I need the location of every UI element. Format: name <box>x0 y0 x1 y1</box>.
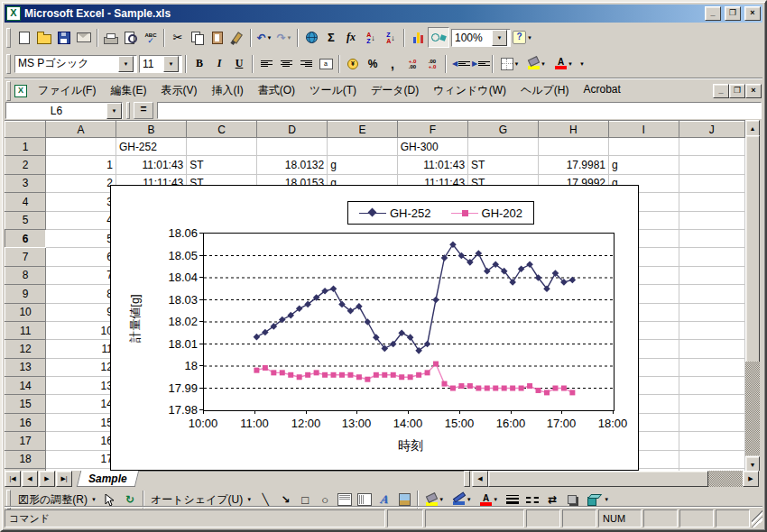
cell[interactable]: g <box>609 156 679 174</box>
chart-wizard-button[interactable] <box>408 28 428 47</box>
column-header-C[interactable]: C <box>187 122 257 138</box>
font-name-combo[interactable]: MS Pゴシック ▼ <box>14 55 137 73</box>
cell[interactable]: 10 <box>46 321 116 339</box>
hscroll-thumb[interactable] <box>488 471 708 487</box>
tab-prev-button[interactable]: ◀ <box>22 471 38 487</box>
cell[interactable] <box>679 358 745 376</box>
insert-hyperlink-button[interactable] <box>301 28 321 47</box>
cell[interactable]: 11 <box>46 340 116 358</box>
cell[interactable]: 15 <box>46 413 116 431</box>
tab-next-button[interactable]: ▶ <box>39 471 55 487</box>
cell[interactable]: 14 <box>46 395 116 413</box>
workbook-icon[interactable]: X <box>14 85 27 97</box>
cell[interactable]: 5 <box>46 229 116 247</box>
sort-descending-button[interactable]: ZA↓ <box>381 28 401 47</box>
cell[interactable]: g <box>328 156 397 174</box>
row-header-9[interactable]: 9 <box>5 285 46 303</box>
cell[interactable]: 6 <box>46 248 116 266</box>
toolbar-grip[interactable] <box>6 54 11 74</box>
column-header-H[interactable]: H <box>538 122 608 138</box>
comma-style-button[interactable]: , <box>383 54 402 73</box>
cell[interactable] <box>679 450 745 468</box>
increase-decimal-button[interactable]: +.0.00 <box>402 54 422 73</box>
save-button[interactable] <box>54 28 74 47</box>
autosum-button[interactable]: Σ <box>321 28 341 47</box>
row-header-16[interactable]: 16 <box>5 413 46 431</box>
toolbar-grip[interactable] <box>6 28 11 48</box>
fill-color-dropdown[interactable]: ▼ <box>541 61 546 67</box>
maximize-button[interactable]: ❐ <box>725 6 741 21</box>
row-header-14[interactable]: 14 <box>5 377 46 395</box>
minimize-button[interactable]: _ <box>705 6 721 21</box>
column-header-G[interactable]: G <box>468 122 539 138</box>
menu-item-3[interactable]: 挿入(I) <box>204 81 250 100</box>
row-header-15[interactable]: 15 <box>5 395 46 413</box>
cell[interactable] <box>679 174 745 192</box>
cell[interactable] <box>679 229 745 247</box>
row-header-2[interactable]: 2 <box>5 156 46 174</box>
cell[interactable] <box>256 138 327 156</box>
vscroll-track[interactable] <box>745 362 760 455</box>
new-button[interactable] <box>14 28 34 47</box>
row-header-1[interactable]: 1 <box>5 138 46 156</box>
cell[interactable]: 11:01:43 <box>116 156 186 174</box>
row-header-18[interactable]: 18 <box>5 450 46 468</box>
cell[interactable]: 8 <box>46 285 116 303</box>
cell[interactable] <box>679 395 745 413</box>
decrease-decimal-button[interactable]: .00+.0 <box>422 54 442 73</box>
cell[interactable]: 11:01:43 <box>397 156 467 174</box>
cell[interactable]: 16 <box>46 432 116 450</box>
menu-item-4[interactable]: 書式(O) <box>251 81 302 100</box>
redo-button[interactable]: ↷▼ <box>274 28 294 47</box>
spelling-button[interactable]: ABC✓ <box>141 28 161 47</box>
cell[interactable]: 4 <box>46 211 116 229</box>
borders-button[interactable]: ▼ <box>496 54 523 73</box>
draw-font-dropdown[interactable]: ▼ <box>493 497 498 502</box>
menu-item-1[interactable]: 編集(E) <box>103 81 153 100</box>
draw-line-dropdown[interactable]: ▼ <box>467 497 472 502</box>
cell[interactable]: 12 <box>46 358 116 376</box>
cell[interactable] <box>679 266 745 284</box>
cell[interactable] <box>468 138 539 156</box>
chart-object[interactable]: GH-252 GH-202 計量値[g] 時刻 18.0618.0518.041… <box>110 185 639 471</box>
cell[interactable] <box>328 138 397 156</box>
cell[interactable]: GH-300 <box>397 138 467 156</box>
equals-button[interactable]: = <box>134 102 153 119</box>
cell[interactable] <box>679 138 745 156</box>
vscroll-thumb[interactable] <box>745 135 760 362</box>
row-header-3[interactable]: 3 <box>5 174 46 192</box>
cell[interactable]: 17.9981 <box>538 156 608 174</box>
row-header-8[interactable]: 8 <box>5 266 46 284</box>
vertical-scrollbar[interactable]: ▲ ▼ <box>745 120 760 471</box>
font-name-dropdown[interactable]: ▼ <box>118 56 134 72</box>
cell[interactable] <box>679 377 745 395</box>
tab-last-button[interactable]: ▶| <box>56 471 72 487</box>
more-buttons-chevron[interactable]: ▼ <box>579 61 585 67</box>
cell[interactable] <box>679 303 745 321</box>
font-color-dropdown[interactable]: ▼ <box>568 61 573 67</box>
font-size-combo[interactable]: 11 ▼ <box>139 55 182 73</box>
cell[interactable] <box>679 413 745 431</box>
cell[interactable] <box>679 211 745 229</box>
draw-fill-dropdown[interactable]: ▼ <box>439 497 444 502</box>
row-header-10[interactable]: 10 <box>5 303 46 321</box>
open-button[interactable] <box>34 28 54 47</box>
sheet-minimize-button[interactable]: _ <box>713 84 729 98</box>
zoom-dropdown[interactable]: ▼ <box>492 30 507 46</box>
menu-item-8[interactable]: ヘルプ(H) <box>513 81 577 100</box>
cell[interactable] <box>679 193 745 211</box>
drawing-button[interactable] <box>428 27 449 48</box>
menu-item-5[interactable]: ツール(T) <box>302 81 364 100</box>
currency-style-button[interactable]: ¥ <box>343 54 363 73</box>
menubar-grip[interactable] <box>6 81 11 101</box>
excel-app-icon[interactable]: X <box>6 6 21 21</box>
sheet-tab-sample[interactable]: Sample <box>77 471 139 487</box>
underline-button[interactable]: U <box>229 54 249 73</box>
cell[interactable] <box>609 138 679 156</box>
redo-dropdown[interactable]: ▼ <box>287 35 292 41</box>
scroll-up-button[interactable]: ▲ <box>745 120 760 136</box>
cell[interactable]: 1 <box>46 156 116 174</box>
cell[interactable]: 7 <box>46 266 116 284</box>
menu-item-6[interactable]: データ(D) <box>364 81 426 100</box>
cell[interactable]: 2 <box>46 174 116 192</box>
